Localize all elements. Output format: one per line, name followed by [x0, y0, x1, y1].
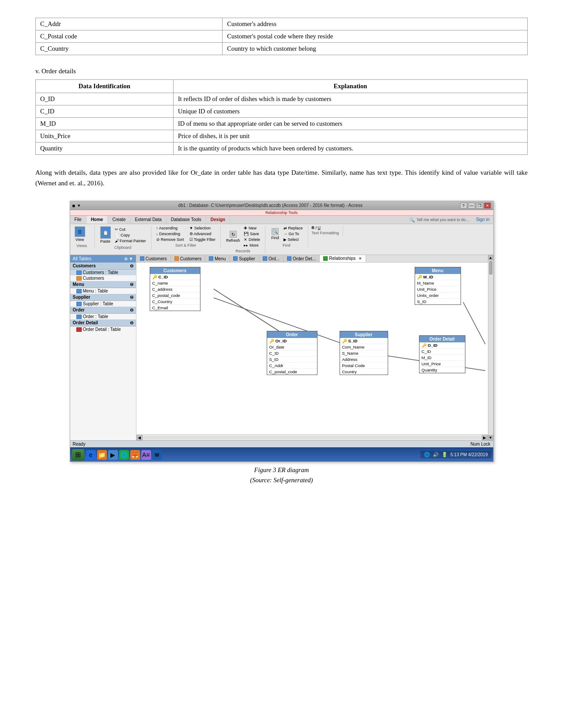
top-table-row: C_Postal codeCustomer's postal code wher… [36, 30, 528, 43]
filter-button[interactable]: ▼ Selection [188, 225, 217, 231]
scroll-up[interactable]: ▲ [488, 255, 493, 260]
find-button[interactable]: 🔍 Find [269, 227, 281, 241]
er-row-odcid: C_ID [419, 349, 465, 355]
taskbar-quick-launch: e 📁 ▶ 🌐 🦊 A≡ W [86, 450, 162, 460]
order-details-table: Data Identification Explanation O_IDIt r… [35, 79, 528, 155]
toggle-filter-button[interactable]: ☑ Toggle Filter [188, 237, 217, 242]
doc-tab-customers2[interactable]: Customers [171, 255, 205, 262]
new-record-button[interactable]: ✚ New [242, 225, 261, 231]
status-right: Num Lock [470, 442, 490, 447]
access-app-icon: ■ [72, 203, 76, 208]
nav-search-icon[interactable]: ⊕ ▼ [124, 256, 133, 261]
find-group-label: Find [269, 243, 304, 248]
taskbar-access-btn[interactable]: A≡ [141, 450, 151, 460]
nav-section-order[interactable]: Order ⊖ [70, 307, 136, 314]
paste-button[interactable]: 📋 Paste [98, 225, 113, 244]
taskbar-folder-icon[interactable]: 📁 [97, 450, 107, 460]
nav-item-order-table[interactable]: Order : Table [70, 314, 136, 319]
ribbon-tabs: File Home Create External Data Database … [70, 216, 493, 224]
access-main: All Tables ⊕ ▼ Customers ⊖ Customers : T… [70, 255, 493, 440]
nav-section-supplier[interactable]: Supplier ⊖ [70, 294, 136, 301]
minimize-button[interactable]: — [468, 203, 475, 209]
tell-me-box[interactable]: 🔍 Tell me what you want to do... [406, 216, 472, 224]
scroll-left[interactable]: ◀ [136, 435, 143, 440]
doc-tab-orderdet[interactable]: Order Det... [283, 255, 320, 262]
replace-button[interactable]: ⇄ Replace [282, 225, 304, 231]
refresh-icon: ↻ [230, 231, 237, 238]
ascending-button[interactable]: ↑ Ascending [155, 225, 185, 231]
format-painter-button[interactable]: 🖌 Format Painter [113, 238, 147, 244]
top-table-field: C_Country [36, 43, 223, 55]
nav-item-supplier-table[interactable]: Supplier : Table [70, 301, 136, 307]
doc-tab-supplier[interactable]: Supplier [230, 255, 259, 262]
select-button[interactable]: ▶ Select [282, 237, 304, 242]
remove-sort-button[interactable]: ⊘ Remove Sort [155, 237, 185, 242]
start-button[interactable]: ⊞ [72, 449, 84, 461]
taskbar-word-icon[interactable]: W [152, 450, 162, 460]
order-desc: ID of menu so that appropriate order can… [173, 118, 527, 130]
ribbon-group-records: ↻ Refresh ✚ New 💾 Save ✕ Delete ▸▸ More … [224, 225, 265, 253]
advanced-button[interactable]: ⚙ Advanced [188, 231, 217, 236]
er-row-uorder: Units_order [415, 293, 461, 299]
scroll-right[interactable]: ▶ [482, 435, 488, 440]
er-row-msid: S_ID [415, 299, 461, 304]
more-button[interactable]: ▸▸ More [242, 243, 261, 248]
vertical-scrollbar[interactable]: ▲ ▼ [488, 255, 493, 440]
nav-icon-order-table [76, 315, 82, 319]
nav-label-orderdetail-table: Order Detail : Table [83, 327, 121, 332]
paste-label: Paste [100, 239, 110, 244]
cut-button[interactable]: ✂ Cut [113, 227, 147, 232]
nav-item-customers[interactable]: Customers [70, 275, 136, 281]
nav-section-orderdetail-label: Order Detail [73, 320, 98, 325]
nav-section-menu[interactable]: Menu ⊖ [70, 281, 136, 288]
copy-button[interactable]: 📄 Copy [113, 233, 147, 238]
nav-section-customers[interactable]: Customers ⊖ [70, 263, 136, 270]
doc-tabs: Customers Customers Menu Supplier [136, 255, 488, 263]
er-row-ocid: C_ID [267, 350, 317, 356]
taskbar-ie-icon[interactable]: e [86, 450, 96, 460]
delete-record-button[interactable]: ✕ Delete [242, 237, 261, 242]
tab-external[interactable]: External Data [130, 216, 166, 224]
taskbar-ff-icon[interactable]: 🦊 [130, 450, 140, 460]
refresh-button[interactable]: ↻ Refresh [224, 230, 242, 244]
descending-button[interactable]: ↓ Descending [155, 231, 185, 236]
ribbon-context-label: Relationship Tools [70, 210, 493, 216]
taskbar-green-icon[interactable]: 🌐 [119, 450, 129, 460]
nav-item-menu-table[interactable]: Menu : Table [70, 288, 136, 294]
restore-button[interactable]: ❐ [476, 203, 483, 209]
order-table-row: Units_PricePrice of dishes, it is per un… [36, 130, 528, 143]
nav-item-customers-table[interactable]: Customers : Table [70, 270, 136, 275]
views-icon: ☰ [75, 226, 85, 237]
goto-button[interactable]: → Go To [282, 231, 304, 236]
nav-section-orderdetail[interactable]: Order Detail ⊖ [70, 319, 136, 326]
scroll-down[interactable]: ▼ [488, 435, 493, 440]
er-table-order-header: Order [267, 331, 317, 338]
scroll-thumb[interactable] [489, 261, 492, 274]
doc-tab-relationships[interactable]: Relationships ✕ [320, 255, 366, 262]
order-table-row: QuantityIt is the quantity of products w… [36, 143, 528, 155]
nav-item-orderdetail-table[interactable]: Order Detail : Table [70, 326, 136, 332]
nav-section-supplier-toggle: ⊖ [130, 295, 133, 300]
doc-tab-menu[interactable]: Menu [205, 255, 230, 262]
close-button[interactable]: ✕ [484, 203, 491, 209]
tab-design[interactable]: Design [206, 216, 230, 224]
taskbar-media-icon[interactable]: ▶ [108, 450, 118, 460]
save-record-button[interactable]: 💾 Save [242, 231, 261, 236]
access-window[interactable]: ■ ▼ db1 : Database- C:\Users\preuser\Des… [70, 201, 494, 462]
sign-in[interactable]: Sign in [472, 216, 493, 224]
doc-tab-ord[interactable]: Ord... [259, 255, 283, 262]
horizontal-scrollbar[interactable]: ◀ ▶ [136, 434, 488, 440]
tab-home[interactable]: Home [87, 216, 108, 224]
tab-create[interactable]: Create [108, 216, 130, 224]
tab-file[interactable]: File [70, 216, 87, 224]
tab-close-relationships[interactable]: ✕ [359, 256, 362, 261]
col-data-id: Data Identification [36, 80, 174, 93]
views-button[interactable]: ☰ View [73, 225, 87, 243]
tab-dbtools[interactable]: Database Tools [166, 216, 206, 224]
er-row-orid: 🔑Or_ID [267, 338, 317, 344]
views-group-label: Views [73, 244, 91, 248]
body-paragraph: Along with details, data types are also … [35, 167, 528, 188]
doc-tab-customers1[interactable]: Customers [136, 255, 171, 262]
nav-section-menu-toggle: ⊖ [130, 282, 133, 287]
help-button[interactable]: ? [460, 203, 467, 209]
